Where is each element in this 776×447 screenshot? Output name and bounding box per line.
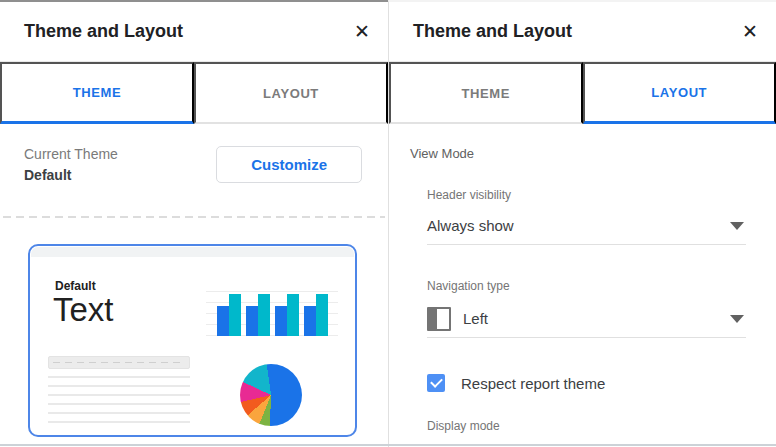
current-theme-row: Current Theme Default Customize — [0, 124, 388, 183]
header-visibility-field: Header visibility Always show — [427, 188, 746, 245]
panel-title: Theme and Layout — [413, 21, 572, 42]
view-mode-section-label: View Mode — [410, 146, 746, 162]
layout-panel: Theme and Layout ✕ THEME LAYOUT View Mod… — [388, 0, 776, 447]
panel-title: Theme and Layout — [24, 21, 183, 42]
tab-theme[interactable]: THEME — [0, 62, 194, 124]
respect-report-theme-row[interactable]: Respect report theme — [427, 374, 746, 392]
theme-preview-card[interactable]: Default Text — [28, 244, 357, 437]
left-navigation-icon — [427, 307, 451, 331]
close-icon[interactable]: ✕ — [354, 22, 370, 41]
tab-layout[interactable]: LAYOUT — [194, 62, 388, 124]
current-theme-info: Current Theme Default — [24, 146, 118, 183]
close-icon[interactable]: ✕ — [742, 22, 758, 41]
header-visibility-select[interactable]: Always show — [427, 216, 746, 245]
navigation-type-select[interactable]: Left — [427, 307, 746, 338]
tabbar: THEME LAYOUT — [389, 62, 776, 124]
panel-header: Theme and Layout ✕ — [0, 2, 388, 62]
navigation-type-value: Left — [463, 309, 488, 329]
dropdown-arrow-icon — [730, 315, 744, 323]
preview-pie-chart — [240, 364, 302, 426]
theme-and-layout-panels: Theme and Layout ✕ THEME LAYOUT Current … — [0, 0, 776, 447]
current-theme-value: Default — [24, 167, 118, 183]
display-mode-label: Display mode — [427, 419, 746, 433]
preview-header-bar — [31, 247, 354, 257]
theme-panel: Theme and Layout ✕ THEME LAYOUT Current … — [0, 0, 388, 447]
preview-bar-chart — [206, 286, 338, 336]
customize-button[interactable]: Customize — [216, 146, 362, 183]
preview-table-header — [48, 356, 190, 369]
dashed-divider — [3, 216, 385, 218]
respect-report-theme-label: Respect report theme — [461, 375, 605, 392]
preview-table-rows — [48, 376, 190, 423]
tab-layout[interactable]: LAYOUT — [583, 62, 776, 124]
tabbar: THEME LAYOUT — [0, 62, 388, 124]
layout-options: View Mode Header visibility Always show … — [389, 124, 776, 433]
navigation-type-field: Navigation type Left — [427, 279, 746, 338]
header-visibility-label: Header visibility — [427, 188, 746, 202]
header-visibility-value: Always show — [427, 216, 514, 236]
preview-sample-text: Text — [53, 292, 114, 328]
panel-header: Theme and Layout ✕ — [389, 2, 776, 62]
respect-report-theme-checkbox[interactable] — [427, 374, 445, 392]
navigation-type-label: Navigation type — [427, 279, 746, 293]
current-theme-label: Current Theme — [24, 146, 118, 162]
dropdown-arrow-icon — [730, 222, 744, 230]
tab-theme[interactable]: THEME — [389, 62, 583, 124]
